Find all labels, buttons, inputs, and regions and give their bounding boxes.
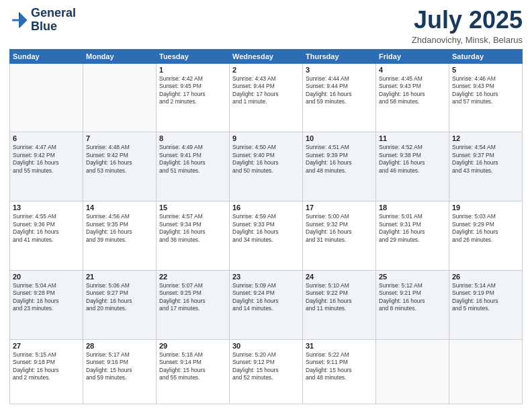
page: General Blue July 2025 Zhdanovichy, Mins…	[0, 0, 532, 411]
calendar-cell: 9Sunrise: 4:50 AM Sunset: 9:40 PM Daylig…	[230, 132, 303, 201]
day-number: 27	[13, 342, 80, 350]
header: General Blue July 2025 Zhdanovichy, Mins…	[9, 7, 523, 45]
day-header-monday: Monday	[83, 49, 157, 63]
day-info: Sunrise: 5:06 AM Sunset: 9:27 PM Dayligh…	[86, 282, 153, 313]
calendar-cell	[449, 339, 523, 404]
day-info: Sunrise: 5:00 AM Sunset: 9:32 PM Dayligh…	[306, 213, 373, 244]
day-number: 8	[159, 134, 226, 142]
calendar-week-row: 13Sunrise: 4:55 AM Sunset: 9:36 PM Dayli…	[10, 201, 523, 271]
day-info: Sunrise: 5:04 AM Sunset: 9:28 PM Dayligh…	[13, 282, 80, 313]
day-info: Sunrise: 4:55 AM Sunset: 9:36 PM Dayligh…	[13, 213, 80, 244]
day-number: 31	[306, 342, 373, 350]
calendar-cell	[376, 339, 449, 404]
calendar-cell: 11Sunrise: 4:52 AM Sunset: 9:38 PM Dayli…	[376, 132, 449, 201]
calendar-cell	[10, 63, 83, 132]
calendar-cell: 2Sunrise: 4:43 AM Sunset: 9:44 PM Daylig…	[230, 63, 303, 132]
day-number: 9	[232, 134, 300, 142]
day-info: Sunrise: 4:59 AM Sunset: 9:33 PM Dayligh…	[232, 213, 300, 244]
calendar-cell: 29Sunrise: 5:18 AM Sunset: 9:14 PM Dayli…	[157, 339, 230, 404]
calendar-cell: 26Sunrise: 5:14 AM Sunset: 9:19 PM Dayli…	[449, 270, 523, 339]
day-info: Sunrise: 5:18 AM Sunset: 9:14 PM Dayligh…	[159, 351, 226, 382]
day-number: 7	[86, 134, 153, 142]
day-header-sunday: Sunday	[10, 49, 83, 63]
day-number: 29	[159, 342, 226, 350]
calendar-cell: 24Sunrise: 5:10 AM Sunset: 9:22 PM Dayli…	[303, 270, 376, 339]
day-info: Sunrise: 5:15 AM Sunset: 9:18 PM Dayligh…	[13, 351, 80, 382]
day-info: Sunrise: 4:48 AM Sunset: 9:42 PM Dayligh…	[86, 144, 153, 175]
location: Zhdanovichy, Minsk, Belarus	[412, 35, 523, 45]
calendar-week-row: 6Sunrise: 4:47 AM Sunset: 9:42 PM Daylig…	[10, 132, 523, 201]
calendar-cell: 30Sunrise: 5:20 AM Sunset: 9:12 PM Dayli…	[230, 339, 303, 404]
day-info: Sunrise: 5:12 AM Sunset: 9:21 PM Dayligh…	[379, 282, 446, 313]
calendar-cell: 31Sunrise: 5:22 AM Sunset: 9:11 PM Dayli…	[303, 339, 376, 404]
calendar-table: SundayMondayTuesdayWednesdayThursdayFrid…	[9, 49, 523, 404]
calendar-cell: 17Sunrise: 5:00 AM Sunset: 9:32 PM Dayli…	[303, 201, 376, 271]
day-number: 17	[306, 203, 373, 212]
day-info: Sunrise: 4:49 AM Sunset: 9:41 PM Dayligh…	[159, 144, 226, 175]
calendar-cell: 23Sunrise: 5:09 AM Sunset: 9:24 PM Dayli…	[230, 270, 303, 339]
calendar-cell: 18Sunrise: 5:01 AM Sunset: 9:31 PM Dayli…	[376, 201, 449, 271]
day-info: Sunrise: 5:14 AM Sunset: 9:19 PM Dayligh…	[452, 282, 519, 313]
logo-text: General Blue	[31, 7, 76, 34]
day-info: Sunrise: 5:01 AM Sunset: 9:31 PM Dayligh…	[379, 213, 446, 244]
day-number: 11	[379, 134, 446, 142]
day-number: 6	[13, 134, 80, 142]
calendar-cell: 8Sunrise: 4:49 AM Sunset: 9:41 PM Daylig…	[157, 132, 230, 201]
day-number: 3	[306, 66, 373, 74]
calendar-cell: 16Sunrise: 4:59 AM Sunset: 9:33 PM Dayli…	[230, 201, 303, 271]
day-info: Sunrise: 4:44 AM Sunset: 9:44 PM Dayligh…	[306, 75, 373, 106]
day-number: 24	[306, 273, 373, 281]
day-info: Sunrise: 4:46 AM Sunset: 9:43 PM Dayligh…	[452, 75, 519, 106]
day-header-thursday: Thursday	[303, 49, 376, 63]
logo: General Blue	[9, 7, 76, 34]
day-number: 10	[306, 134, 373, 142]
day-info: Sunrise: 4:51 AM Sunset: 9:39 PM Dayligh…	[306, 144, 373, 175]
day-info: Sunrise: 4:42 AM Sunset: 9:45 PM Dayligh…	[159, 75, 226, 106]
calendar-cell	[83, 63, 157, 132]
calendar-cell: 12Sunrise: 4:54 AM Sunset: 9:37 PM Dayli…	[449, 132, 523, 201]
calendar-cell: 5Sunrise: 4:46 AM Sunset: 9:43 PM Daylig…	[449, 63, 523, 132]
calendar-week-row: 1Sunrise: 4:42 AM Sunset: 9:45 PM Daylig…	[10, 63, 523, 132]
day-info: Sunrise: 5:07 AM Sunset: 9:25 PM Dayligh…	[159, 282, 226, 313]
day-number: 2	[232, 66, 300, 74]
calendar-week-row: 27Sunrise: 5:15 AM Sunset: 9:18 PM Dayli…	[10, 339, 523, 404]
day-info: Sunrise: 4:45 AM Sunset: 9:43 PM Dayligh…	[379, 75, 446, 106]
day-number: 21	[86, 273, 153, 281]
svg-marker-0	[12, 13, 27, 28]
logo-line2: Blue	[31, 20, 76, 34]
calendar-cell: 3Sunrise: 4:44 AM Sunset: 9:44 PM Daylig…	[303, 63, 376, 132]
day-number: 19	[452, 203, 519, 212]
day-info: Sunrise: 5:22 AM Sunset: 9:11 PM Dayligh…	[306, 351, 373, 382]
day-number: 22	[159, 273, 226, 281]
day-header-friday: Friday	[376, 49, 449, 63]
calendar-cell: 15Sunrise: 4:57 AM Sunset: 9:34 PM Dayli…	[157, 201, 230, 271]
day-number: 1	[159, 66, 226, 74]
day-info: Sunrise: 4:54 AM Sunset: 9:37 PM Dayligh…	[452, 144, 519, 175]
calendar-cell: 10Sunrise: 4:51 AM Sunset: 9:39 PM Dayli…	[303, 132, 376, 201]
day-info: Sunrise: 4:52 AM Sunset: 9:38 PM Dayligh…	[379, 144, 446, 175]
logo-icon	[9, 11, 28, 30]
day-info: Sunrise: 5:03 AM Sunset: 9:29 PM Dayligh…	[452, 213, 519, 244]
day-number: 23	[232, 273, 300, 281]
day-info: Sunrise: 4:47 AM Sunset: 9:42 PM Dayligh…	[13, 144, 80, 175]
day-info: Sunrise: 5:20 AM Sunset: 9:12 PM Dayligh…	[232, 351, 300, 382]
day-number: 4	[379, 66, 446, 74]
calendar-cell: 27Sunrise: 5:15 AM Sunset: 9:18 PM Dayli…	[10, 339, 83, 404]
calendar-header-row: SundayMondayTuesdayWednesdayThursdayFrid…	[10, 49, 523, 63]
day-info: Sunrise: 5:10 AM Sunset: 9:22 PM Dayligh…	[306, 282, 373, 313]
day-number: 30	[232, 342, 300, 350]
day-header-tuesday: Tuesday	[157, 49, 230, 63]
day-header-saturday: Saturday	[449, 49, 523, 63]
day-info: Sunrise: 4:56 AM Sunset: 9:35 PM Dayligh…	[86, 213, 153, 244]
day-info: Sunrise: 4:50 AM Sunset: 9:40 PM Dayligh…	[232, 144, 300, 175]
month-title: July 2025	[412, 7, 523, 34]
day-info: Sunrise: 5:17 AM Sunset: 9:16 PM Dayligh…	[86, 351, 153, 382]
title-area: July 2025 Zhdanovichy, Minsk, Belarus	[412, 7, 523, 45]
calendar-cell: 22Sunrise: 5:07 AM Sunset: 9:25 PM Dayli…	[157, 270, 230, 339]
day-number: 16	[232, 203, 300, 212]
day-header-wednesday: Wednesday	[230, 49, 303, 63]
day-number: 20	[13, 273, 80, 281]
day-number: 14	[86, 203, 153, 212]
day-number: 12	[452, 134, 519, 142]
calendar-cell: 6Sunrise: 4:47 AM Sunset: 9:42 PM Daylig…	[10, 132, 83, 201]
